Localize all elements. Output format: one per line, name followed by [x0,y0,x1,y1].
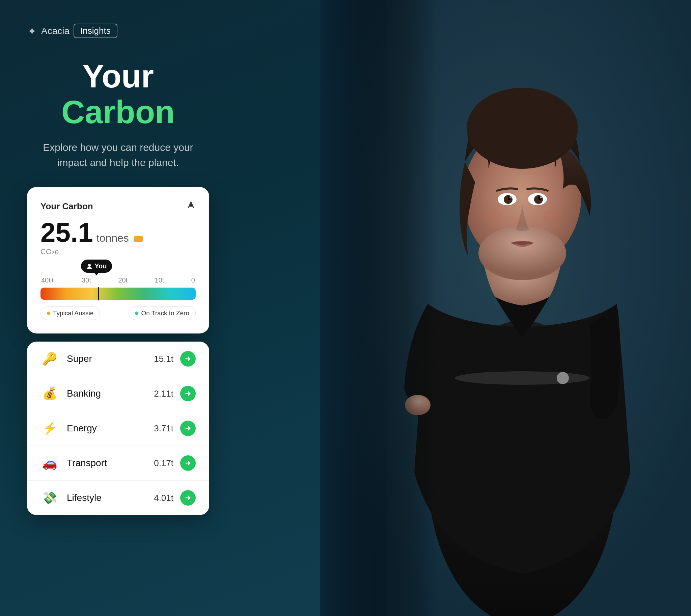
svg-point-3 [455,371,590,385]
category-rows: 🔑 Super 15.1t 💰 Banking 2.11t ⚡ Energy 3… [27,342,209,515]
category-row[interactable]: 💰 Banking 2.11t [27,376,209,411]
hero-title-white: Your [82,58,154,94]
svg-point-21 [88,264,91,267]
app-logo [27,26,37,36]
typical-aussie-badge[interactable]: Typical Aussie [41,307,100,320]
carbon-value: 25.1 [41,219,93,246]
typical-aussie-label: Typical Aussie [53,309,93,317]
category-value: 4.01t [154,493,173,503]
carbon-unit: tonnes [96,232,129,244]
svg-point-16 [540,196,542,198]
scale-label-0: 0 [191,277,195,284]
scale-label-20: 20t [118,277,128,284]
category-emoji: ⚡ [41,421,59,435]
card-title: Your Carbon [41,201,93,212]
svg-point-17 [482,209,502,223]
category-name: Super [67,353,154,364]
svg-rect-20 [320,0,438,616]
scale-label-30: 30t [82,277,91,284]
carbon-sub: CO₂e [41,247,196,256]
category-emoji: 🚗 [41,456,59,470]
category-value: 3.71t [154,423,173,434]
hero-subtitle: Explore how you can reduce yourimpact an… [27,140,209,170]
on-track-badge[interactable]: On Track to Zero [129,307,196,320]
category-arrow-button[interactable] [180,455,196,471]
svg-point-7 [478,226,566,280]
category-name: Transport [67,458,154,468]
category-arrow-button[interactable] [180,386,196,401]
scale-labels: 40t+ 30t 20t 10t 0 [41,277,196,284]
category-row[interactable]: 🔑 Super 15.1t [27,342,209,376]
scale-marker [98,287,99,301]
category-name: Banking [67,388,154,399]
category-arrow-button[interactable] [180,421,196,436]
svg-point-15 [510,196,512,198]
category-name: Energy [67,423,154,434]
carbon-card: Your Carbon 25.1 tonnes CO₂e [27,187,209,333]
card-header: Your Carbon [41,200,196,212]
category-row[interactable]: 🚗 Transport 0.17t [27,446,209,481]
person-photo [320,0,691,616]
card-navigation-icon[interactable] [186,200,196,212]
breadcrumb: Acacia Insights [27,24,209,38]
you-label: You [81,260,112,273]
category-arrow-button[interactable] [180,351,196,367]
main-content: Acacia Insights Your Carbon Explore how … [0,0,236,616]
scale-label-40: 40t+ [41,277,54,284]
hero-title-green: Carbon [61,94,175,130]
category-emoji: 💰 [41,387,59,401]
typical-aussie-dot [47,311,50,315]
breadcrumb-current: Insights [73,24,117,38]
category-arrow-button[interactable] [180,490,196,506]
category-row[interactable]: ⚡ Energy 3.71t [27,411,209,446]
category-value: 2.11t [154,389,173,399]
carbon-number: 25.1 tonnes [41,219,196,246]
svg-point-11 [504,195,513,204]
svg-point-4 [557,372,569,384]
category-row[interactable]: 💸 Lifestyle 4.01t [27,481,209,515]
category-emoji: 💸 [41,491,59,505]
breadcrumb-app: Acacia [41,26,69,37]
on-track-label: On Track to Zero [141,309,189,317]
scale-badges: Typical Aussie On Track to Zero [41,307,196,320]
category-emoji: 🔑 [41,352,59,366]
hero-title: Your Carbon [27,59,209,130]
svg-point-18 [542,209,563,223]
scale-container: You 40t+ 30t 20t 10t 0 [41,277,196,300]
carbon-indicator-dot [134,236,143,242]
scale-bar [41,288,196,300]
category-value: 0.17t [154,458,173,468]
scale-label-10: 10t [155,277,164,284]
category-value: 15.1t [154,354,173,364]
categories-card: 🔑 Super 15.1t 💰 Banking 2.11t ⚡ Energy 3… [27,342,209,515]
on-track-dot [135,311,138,315]
svg-point-8 [467,88,578,169]
you-label-text: You [94,262,107,270]
svg-point-12 [534,195,543,204]
category-name: Lifestyle [67,492,154,503]
